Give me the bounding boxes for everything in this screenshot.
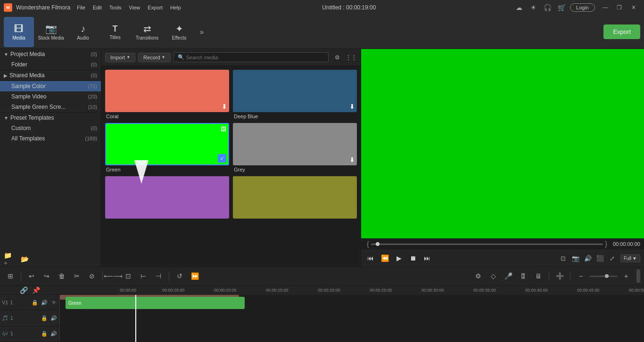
timeline-snap-button[interactable]: 📌 bbox=[32, 285, 41, 295]
list-item[interactable]: ⬇ Deep Blue bbox=[233, 70, 357, 119]
undo-button[interactable]: ↩ bbox=[25, 269, 38, 283]
login-button[interactable]: Login bbox=[570, 3, 595, 12]
menu-edit[interactable]: Edit bbox=[90, 4, 105, 11]
mic-icon[interactable]: 🎤 bbox=[502, 269, 515, 283]
toolbar-effects[interactable]: ✦ Effects bbox=[164, 17, 194, 47]
fullscreen-icon[interactable]: ⤢ bbox=[607, 253, 618, 263]
shared-media-header[interactable]: ▶ Shared Media (0) bbox=[0, 70, 101, 81]
audio-track-lock-icon[interactable]: 🔒 bbox=[41, 314, 48, 322]
headphones-icon[interactable]: 🎧 bbox=[543, 3, 552, 12]
skip-forward-button[interactable]: ⏭ bbox=[421, 252, 433, 264]
record-arrow-icon: ▼ bbox=[162, 55, 165, 59]
green-clip[interactable]: Green bbox=[66, 297, 245, 309]
screenshot-icon[interactable]: 📷 bbox=[570, 253, 581, 263]
no-cut-icon[interactable]: ⊘ bbox=[85, 269, 99, 283]
fit-to-screen-icon[interactable]: ⊡ bbox=[558, 253, 569, 263]
crop-button[interactable]: ⊡ bbox=[122, 269, 135, 283]
menu-help[interactable]: Help bbox=[167, 4, 184, 11]
transitions-label: Transitions bbox=[136, 35, 159, 41]
custom-item[interactable]: Custom (0) bbox=[0, 123, 101, 133]
list-item[interactable] bbox=[233, 176, 357, 220]
play-button[interactable]: ▶ bbox=[393, 252, 405, 264]
trim-end-button[interactable]: ⊣ bbox=[152, 269, 165, 283]
settings-icon[interactable]: ⚙ bbox=[471, 269, 485, 283]
record-button[interactable]: Record ▼ bbox=[138, 53, 170, 62]
titlebar-left: W Wondershare Filmora File Edit Tools Vi… bbox=[4, 3, 184, 12]
sun-icon[interactable]: ☀ bbox=[528, 3, 538, 12]
delete-button[interactable]: 🗑 bbox=[55, 269, 68, 283]
window-controls: — ❐ ✕ bbox=[599, 3, 640, 12]
render-icon[interactable]: ⬛ bbox=[595, 253, 605, 263]
purple-thumbnail bbox=[105, 176, 229, 219]
audio-track-mute-icon[interactable]: 🔊 bbox=[50, 314, 58, 322]
add-track-icon[interactable]: ➕ bbox=[553, 269, 566, 283]
monitor-icon[interactable]: 🖥 bbox=[532, 269, 545, 283]
keyframe-icon[interactable]: ◇ bbox=[487, 269, 500, 283]
menu-file[interactable]: File bbox=[74, 4, 88, 11]
zoom-out-button[interactable]: − bbox=[574, 269, 587, 283]
grid-view-button[interactable]: ⊞ bbox=[4, 269, 17, 283]
toolbar-more-button[interactable]: » bbox=[196, 17, 207, 47]
filter-icon[interactable]: ⚙ bbox=[331, 52, 343, 63]
view-options-icon[interactable]: ⋮⋮ bbox=[346, 52, 357, 63]
folder-item[interactable]: Folder (0) bbox=[0, 59, 101, 70]
speed-button[interactable]: ⏩ bbox=[188, 269, 201, 283]
sample-green-item[interactable]: Sample Green Scre... (10) bbox=[0, 102, 101, 112]
step-back-button[interactable]: ⏪ bbox=[379, 252, 390, 264]
toolbar-stock-media[interactable]: 📷 Stock Media bbox=[36, 17, 66, 47]
audio-track-row[interactable] bbox=[60, 311, 644, 323]
video-track-icon: V1 bbox=[2, 300, 8, 305]
timeline-link-button[interactable]: 🔗 bbox=[19, 285, 29, 295]
zoom-slider[interactable] bbox=[589, 276, 618, 277]
new-folder-icon[interactable]: 📁+ bbox=[4, 253, 15, 265]
music-track-mute-icon[interactable]: 🔊 bbox=[50, 330, 58, 338]
trim-start-button[interactable]: ⊢ bbox=[137, 269, 150, 283]
volume-icon[interactable]: 🔊 bbox=[583, 253, 593, 263]
all-templates-item[interactable]: All Templates (189) bbox=[0, 133, 101, 144]
stop-button[interactable]: ⏹ bbox=[407, 252, 419, 264]
menu-export[interactable]: Export bbox=[145, 4, 165, 11]
track-mute-icon[interactable]: 🔊 bbox=[41, 299, 48, 306]
record-indicator bbox=[636, 269, 640, 283]
search-input[interactable] bbox=[186, 55, 325, 60]
track-lock-icon[interactable]: 🔒 bbox=[31, 299, 39, 306]
import-button[interactable]: Import ▼ bbox=[105, 53, 135, 62]
minimize-button[interactable]: — bbox=[599, 3, 612, 12]
list-item[interactable]: 🖼 ✓ Green bbox=[105, 123, 229, 172]
cloud-icon[interactable]: ☁ bbox=[514, 3, 524, 12]
folder-open-icon[interactable]: 📂 bbox=[19, 253, 30, 265]
cut-button[interactable]: ✂ bbox=[70, 269, 83, 283]
zoom-in-button[interactable]: + bbox=[619, 269, 633, 283]
cart-icon[interactable]: 🛒 bbox=[557, 3, 566, 12]
music-track-lock-icon[interactable]: 🔒 bbox=[41, 330, 48, 338]
list-item[interactable]: ⬇ Grey bbox=[233, 123, 357, 172]
sample-video-item[interactable]: Sample Video (20) bbox=[0, 91, 101, 102]
sample-color-item[interactable]: Sample Color (71) bbox=[0, 81, 101, 91]
transitions-icon: ⇄ bbox=[143, 23, 151, 34]
titlebar-icons: ☁ ☀ 🎧 🛒 bbox=[514, 3, 566, 12]
preset-templates-header[interactable]: ▼ Preset Templates bbox=[0, 113, 101, 123]
audio-settings-icon[interactable]: 🎛 bbox=[517, 269, 530, 283]
split-button[interactable]: ⟵⟶ bbox=[107, 269, 120, 283]
track-visible-icon[interactable]: 👁 bbox=[50, 299, 58, 306]
project-media-header[interactable]: ▼ Project Media (0) bbox=[0, 49, 101, 59]
music-track-row[interactable] bbox=[60, 323, 644, 335]
quality-selector[interactable]: Full ▼ bbox=[620, 254, 640, 262]
toolbar-media[interactable]: 🎞 Media bbox=[4, 17, 34, 47]
maximize-button[interactable]: ❐ bbox=[613, 3, 626, 12]
redo-button[interactable]: ↪ bbox=[40, 269, 53, 283]
export-button[interactable]: Export bbox=[603, 24, 640, 39]
video-track-num: 1 bbox=[10, 300, 13, 305]
video-track-row[interactable]: Green bbox=[60, 295, 644, 311]
menu-view[interactable]: View bbox=[126, 4, 143, 11]
toolbar-titles[interactable]: T Titles bbox=[100, 17, 130, 47]
list-item[interactable] bbox=[105, 176, 229, 220]
close-button[interactable]: ✕ bbox=[627, 3, 640, 12]
seek-line[interactable] bbox=[371, 244, 603, 245]
rotate-button[interactable]: ↺ bbox=[173, 269, 186, 283]
skip-back-button[interactable]: ⏮ bbox=[365, 252, 376, 264]
list-item[interactable]: ⬇ Coral bbox=[105, 70, 229, 119]
toolbar-transitions[interactable]: ⇄ Transitions bbox=[132, 17, 162, 47]
menu-tools[interactable]: Tools bbox=[107, 4, 124, 11]
toolbar-audio[interactable]: ♪ Audio bbox=[68, 17, 98, 47]
